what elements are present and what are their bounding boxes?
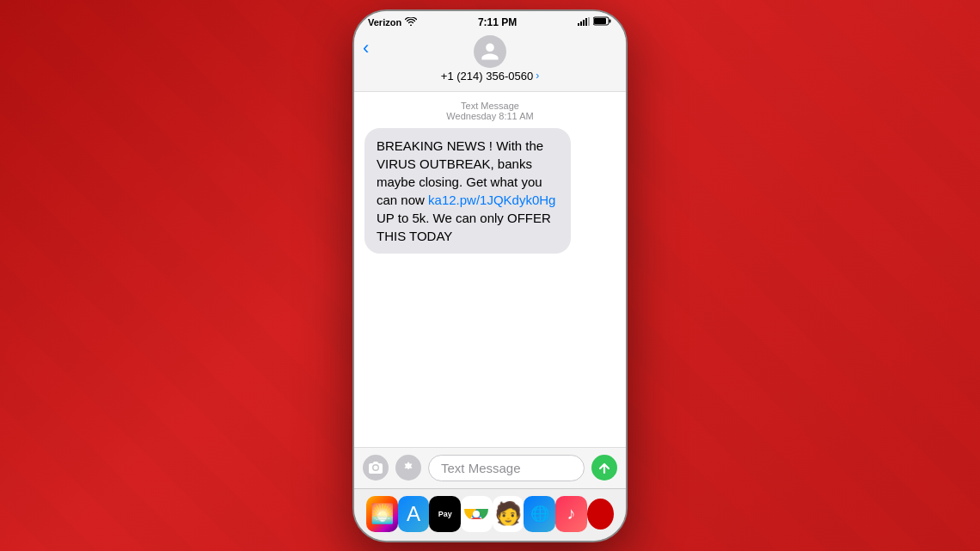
svg-rect-7 (594, 18, 606, 24)
text-message-input[interactable]: Text Message (428, 455, 585, 481)
svg-rect-3 (585, 18, 587, 26)
contact-avatar (474, 35, 506, 68)
svg-rect-1 (580, 21, 582, 26)
status-right (578, 16, 612, 28)
nav-bar: ‹ +1 (214) 356-0560 › (354, 30, 626, 92)
phone-number: +1 (214) 356-0560 (441, 70, 533, 83)
carrier-label: Verizon (368, 17, 401, 28)
dock-photos[interactable]: 🌅 (366, 496, 398, 532)
svg-rect-0 (578, 23, 579, 26)
messages-area: Text Message Wednesday 8:11 AM BREAKING … (354, 92, 626, 447)
status-time: 7:11 PM (478, 16, 517, 28)
dock-music[interactable]: ♪ (555, 496, 587, 532)
dock: 🌅 A Pay 🧑 🌐 ♪ (354, 488, 626, 541)
send-button[interactable] (591, 455, 617, 481)
message-link[interactable]: ka12.pw/1JQKdyk0Hg (428, 193, 555, 207)
status-bar: Verizon 7:11 PM (354, 11, 626, 30)
input-placeholder: Text Message (441, 461, 521, 475)
battery-icon (593, 16, 612, 28)
dock-bitmoji[interactable]: 🧑 (493, 496, 524, 532)
person-icon (480, 41, 500, 62)
message-text-after-link: UP to 5k. We can only OFFER THIS TODAY (377, 211, 551, 243)
appstore-input-button[interactable] (395, 455, 421, 481)
message-metadata: Text Message Wednesday 8:11 AM (364, 101, 616, 121)
svg-point-8 (374, 466, 378, 470)
dock-unknown[interactable] (587, 499, 614, 530)
dock-appstore[interactable]: A (398, 496, 430, 532)
contact-name[interactable]: +1 (214) 356-0560 › (441, 70, 539, 83)
status-left: Verizon (368, 17, 417, 28)
send-icon (597, 461, 611, 474)
signal-icon (578, 17, 590, 28)
dock-translate[interactable]: 🌐 (524, 496, 555, 532)
message-type: Text Message (364, 101, 616, 111)
svg-point-11 (473, 511, 480, 517)
input-bar: Text Message (354, 447, 626, 488)
svg-rect-4 (588, 17, 590, 26)
camera-button[interactable] (363, 455, 389, 481)
svg-rect-6 (609, 20, 610, 23)
applepay-label: Pay (438, 510, 452, 518)
message-bubble: BREAKING NEWS ! With the VIRUS OUTBREAK,… (364, 128, 571, 254)
wifi-icon (405, 17, 417, 28)
dock-applepay[interactable]: Pay (429, 496, 461, 532)
dock-chrome[interactable] (461, 496, 493, 532)
svg-rect-2 (583, 20, 585, 26)
message-time: Wednesday 8:11 AM (364, 111, 616, 121)
back-button[interactable]: ‹ (363, 37, 369, 59)
phone-frame: Verizon 7:11 PM (352, 9, 628, 542)
contact-chevron: › (536, 70, 539, 82)
